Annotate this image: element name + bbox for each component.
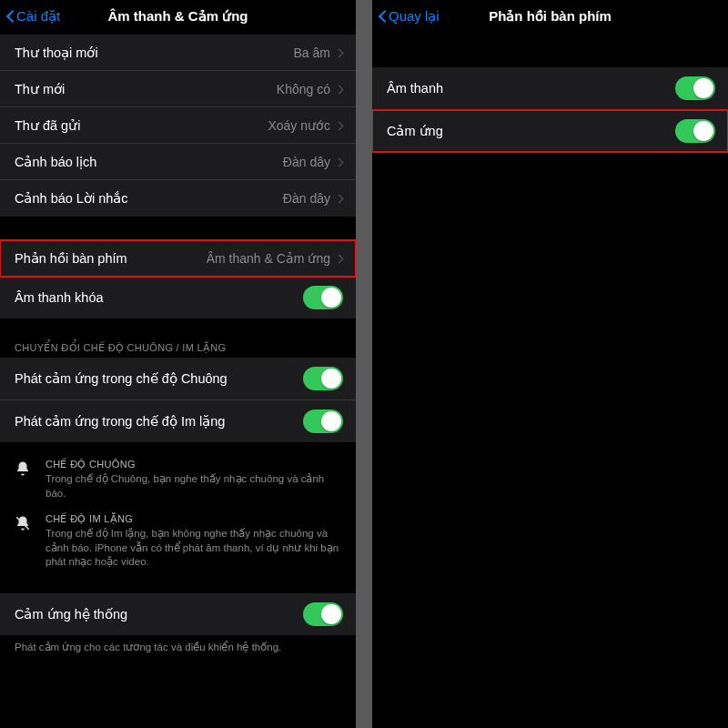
row-label: Phát cảm ứng trong chế độ Im lặng xyxy=(15,414,303,429)
row-label: Cảm ứng xyxy=(387,124,675,138)
info-title: CHẾ ĐỘ IM LẶNG xyxy=(46,513,341,525)
right-phone: Quay lại Phản hồi bàn phím Âm thanh Cảm … xyxy=(372,0,728,728)
chevron-right-icon xyxy=(336,120,343,131)
row-label: Thư mới xyxy=(15,82,277,96)
row-haptic-silent[interactable]: Phát cảm ứng trong chế độ Im lặng xyxy=(0,400,356,442)
chevron-right-icon xyxy=(336,84,343,95)
bell-icon xyxy=(15,459,35,500)
row-value: Không có xyxy=(277,82,330,96)
row-system-haptics[interactable]: Cảm ứng hệ thống xyxy=(0,593,356,635)
chevron-left-icon xyxy=(378,9,387,24)
row-label: Âm thanh xyxy=(387,81,675,96)
row-label: Âm thanh khóa xyxy=(15,290,303,305)
row-sound[interactable]: Âm thanh xyxy=(372,67,728,110)
toggle-haptic[interactable] xyxy=(675,119,715,143)
toggle-system-haptics[interactable] xyxy=(303,602,343,626)
row-sent-mail[interactable]: Thư đã gửi Xoáy nước xyxy=(0,107,356,144)
keyboard-feedback-group: Âm thanh Cảm ứng xyxy=(372,67,728,152)
sound-alerts-group: Thư thoại mới Ba âm Thư mới Không có Thư… xyxy=(0,35,356,217)
toggle-haptic-silent[interactable] xyxy=(303,410,343,433)
back-label: Quay lại xyxy=(389,8,440,25)
row-haptic[interactable]: Cảm ứng xyxy=(372,110,728,152)
row-label: Cảm ứng hệ thống xyxy=(15,607,303,622)
row-label: Cảnh báo Lời nhắc xyxy=(15,191,283,206)
chevron-right-icon xyxy=(336,253,343,264)
row-haptic-ring[interactable]: Phát cảm ứng trong chế độ Chuông xyxy=(0,358,356,400)
row-label: Thư thoại mới xyxy=(15,46,294,60)
row-lock-sound[interactable]: Âm thanh khóa xyxy=(0,277,356,318)
chevron-left-icon xyxy=(5,9,15,24)
row-reminder-alert[interactable]: Cảnh báo Lời nhắc Đàn dây xyxy=(0,180,356,217)
info-silent-mode: CHẾ ĐỘ IM LẶNG Trong chế độ Im lặng, bạn… xyxy=(0,504,356,573)
row-label: Phản hồi bàn phím xyxy=(15,251,207,266)
footer-note: Phát cảm ứng cho các tương tác và điều k… xyxy=(0,635,356,655)
back-button[interactable]: Cài đặt xyxy=(5,8,60,25)
info-title: CHẾ ĐỘ CHUÔNG xyxy=(46,459,341,470)
ring-silent-group: CHUYỂN ĐỔI CHẾ ĐỘ CHUÔNG / IM LẶNG Phát … xyxy=(0,335,356,442)
row-label: Thư đã gửi xyxy=(15,118,268,133)
toggle-sound[interactable] xyxy=(675,76,715,100)
keyboard-lock-group: Phản hồi bàn phím Âm thanh & Cảm ứng Âm … xyxy=(0,240,356,318)
toggle-lock-sound[interactable] xyxy=(303,286,343,309)
left-phone: Cài đặt Âm thanh & Cảm ứng Thư thoại mới… xyxy=(0,0,356,728)
chevron-right-icon xyxy=(336,157,343,167)
chevron-right-icon xyxy=(336,193,343,204)
info-ring-mode: CHẾ ĐỘ CHUÔNG Trong chế độ Chuông, bạn n… xyxy=(0,450,356,504)
bell-slash-icon xyxy=(15,513,35,570)
back-button[interactable]: Quay lại xyxy=(378,8,440,25)
row-keyboard-feedback[interactable]: Phản hồi bàn phím Âm thanh & Cảm ứng xyxy=(0,240,356,277)
group-header: CHUYỂN ĐỔI CHẾ ĐỘ CHUÔNG / IM LẶNG xyxy=(0,335,356,358)
info-desc: Trong chế độ Im lặng, bạn không nghe thấ… xyxy=(46,527,341,570)
row-value: Đàn dây xyxy=(283,191,330,206)
row-label: Cảnh báo lịch xyxy=(15,155,283,169)
back-label: Cài đặt xyxy=(16,8,60,25)
row-new-mail[interactable]: Thư mới Không có xyxy=(0,71,356,107)
toggle-haptic-ring[interactable] xyxy=(303,367,343,390)
nav-bar: Quay lại Phản hồi bàn phím xyxy=(372,0,728,33)
row-voicemail[interactable]: Thư thoại mới Ba âm xyxy=(0,35,356,71)
row-calendar-alert[interactable]: Cảnh báo lịch Đàn dây xyxy=(0,144,356,180)
row-label: Phát cảm ứng trong chế độ Chuông xyxy=(15,371,303,386)
chevron-right-icon xyxy=(336,47,343,58)
nav-bar: Cài đặt Âm thanh & Cảm ứng xyxy=(0,0,356,33)
row-value: Xoáy nước xyxy=(268,118,330,133)
row-value: Âm thanh & Cảm ứng xyxy=(207,251,330,266)
info-desc: Trong chế độ Chuông, bạn nghe thấy nhạc … xyxy=(46,472,341,500)
row-value: Ba âm xyxy=(294,46,330,60)
system-haptics-group: Cảm ứng hệ thống xyxy=(0,593,356,635)
row-value: Đàn dây xyxy=(283,155,330,169)
